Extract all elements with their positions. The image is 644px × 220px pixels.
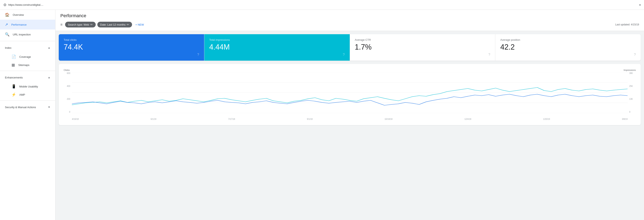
avg-ctr-help-icon[interactable]: ?	[488, 53, 490, 57]
x-label-4: 9/1/18	[307, 118, 313, 120]
content-area: Performance ≡ Search type: Web ✏ Date: L…	[56, 10, 644, 220]
date-range-label: Date: Last 12 months	[100, 23, 126, 26]
sidebar-divider-1	[0, 41, 55, 41]
gear-icon[interactable]: ⚙	[3, 3, 6, 7]
sidebar-index-label: Index	[5, 46, 12, 49]
search-type-label: Search type: Web	[68, 23, 89, 26]
sidebar-item-amp[interactable]: ⚡ AMP	[0, 91, 55, 99]
chart-y-labels-left: 600 400 200 0	[64, 72, 72, 113]
impressions-line	[72, 88, 628, 105]
collapse-icon-enhancements: ▲	[48, 76, 50, 79]
sidebar-url-inspection-label: URL inspection	[13, 33, 31, 36]
total-clicks-value: 74.4K	[64, 43, 199, 51]
search-type-button[interactable]: Search type: Web ✏	[65, 22, 96, 27]
phone-icon: 📱	[12, 84, 16, 89]
total-impressions-label: Total impressions	[209, 38, 345, 41]
bolt-icon: ⚡	[12, 92, 16, 97]
new-filter-label: + NEW	[135, 23, 144, 26]
collapse-icon-index: ▲	[48, 46, 50, 49]
x-label-2: 6/1/18	[150, 118, 156, 120]
search-type-edit-icon: ✏	[90, 23, 93, 26]
search-icon: 🔍	[5, 32, 10, 37]
sidebar-item-overview[interactable]: 🏠 Overview	[0, 10, 55, 20]
sidebar-section-security[interactable]: Security & Manual Actions ▼	[0, 102, 55, 112]
y-label-13k: 13K	[629, 98, 633, 100]
x-label-7: 1/20/19	[543, 118, 550, 120]
sidebar-divider-3	[0, 100, 55, 101]
site-url: https://www.constructdigital....	[8, 3, 638, 6]
y-label-600: 600	[67, 72, 70, 74]
content-header: Performance ≡ Search type: Web ✏ Date: L…	[56, 10, 644, 31]
y-label-25k: 25K	[629, 85, 633, 87]
chart-right-axis-label: Impressions	[624, 69, 636, 71]
x-label-5: 10/18/18	[384, 118, 392, 120]
avg-ctr-value: 1.7%	[355, 43, 490, 51]
avg-position-value: 42.2	[500, 43, 636, 51]
site-dropdown-icon[interactable]: ▾	[639, 3, 641, 6]
trending-up-icon: ↗	[5, 22, 8, 27]
y-label-0-right: 0	[629, 111, 630, 113]
collapse-icon-security: ▼	[48, 106, 50, 109]
chart-y-labels-right: 38K 25K 13K 0	[628, 72, 636, 113]
chart-x-labels: 4/16/18 6/1/18 7/17/18 9/1/18 10/18/18 1…	[64, 117, 636, 120]
sidebar-item-coverage[interactable]: 📄 Coverage	[0, 53, 55, 61]
sidebar-amp-label: AMP	[19, 93, 25, 96]
chart-svg-wrapper: 600 400 200 0 38K 25K 13K 0	[64, 72, 636, 117]
metric-card-total-clicks[interactable]: Total clicks 74.4K ?	[59, 34, 204, 61]
chart-header: Clicks Impressions	[64, 69, 636, 71]
total-clicks-help-icon[interactable]: ?	[197, 53, 199, 57]
date-range-button[interactable]: Date: Last 12 months ✏	[97, 22, 132, 27]
sidebar-item-url-inspection[interactable]: 🔍 URL inspection	[0, 29, 55, 39]
clicks-line	[72, 94, 628, 105]
sidebar-section-enhancements[interactable]: Enhancements ▲	[0, 73, 55, 82]
metric-card-avg-ctr[interactable]: Average CTR 1.7% ?	[350, 34, 496, 61]
metric-card-avg-position[interactable]: Average position 42.2 ?	[495, 34, 641, 61]
document-icon: 📄	[12, 54, 16, 59]
toolbar: ≡ Search type: Web ✏ Date: Last 12 month…	[60, 22, 639, 29]
total-impressions-help-icon[interactable]: ?	[343, 53, 345, 57]
x-label-8: 3/8/19	[622, 118, 628, 120]
sidebar: 🏠 Overview ↗ Performance 🔍 URL inspectio…	[0, 10, 56, 220]
y-label-200: 200	[67, 98, 70, 100]
sidebar-item-performance[interactable]: ↗ Performance	[0, 20, 55, 29]
sidebar-enhancements-label: Enhancements	[5, 76, 23, 79]
metrics-container: Total clicks 74.4K ? Total impressions 4…	[59, 34, 641, 61]
avg-ctr-label: Average CTR	[355, 38, 490, 41]
avg-position-label: Average position	[500, 38, 636, 41]
date-range-edit-icon: ✏	[127, 23, 129, 26]
total-impressions-value: 4.44M	[209, 43, 345, 51]
sidebar-item-mobile-usability[interactable]: 📱 Mobile Usability	[0, 82, 55, 91]
x-label-1: 4/16/18	[72, 118, 79, 120]
sidebar-divider-2	[0, 71, 55, 71]
new-filter-button[interactable]: + NEW	[134, 22, 146, 27]
main-layout: 🏠 Overview ↗ Performance 🔍 URL inspectio…	[0, 10, 644, 220]
metric-card-total-impressions[interactable]: Total impressions 4.44M ?	[204, 34, 350, 61]
page-title: Performance	[60, 13, 639, 18]
sidebar-item-sitemaps[interactable]: ▦ Sitemaps	[0, 61, 55, 69]
avg-position-help-icon[interactable]: ?	[634, 53, 636, 57]
chart-container: Clicks Impressions 600 400 200 0 38K 25K…	[59, 64, 641, 125]
sidebar-coverage-label: Coverage	[19, 55, 31, 58]
total-clicks-label: Total clicks	[64, 38, 199, 41]
sidebar-security-label: Security & Manual Actions	[5, 106, 36, 109]
sidebar-mobile-usability-label: Mobile Usability	[19, 85, 38, 88]
sidebar-performance-label: Performance	[11, 23, 26, 26]
chart-left-axis-label: Clicks	[64, 69, 70, 71]
last-updated-text: Last updated: 4/15/19	[615, 23, 639, 26]
sidebar-section-index[interactable]: Index ▲	[0, 43, 55, 53]
x-label-3: 7/17/18	[228, 118, 235, 120]
chart-svg	[72, 72, 628, 113]
x-label-6: 12/4/18	[464, 118, 471, 120]
grid-icon: ▦	[12, 63, 15, 67]
y-label-400: 400	[67, 85, 70, 87]
sidebar-overview-label: Overview	[13, 13, 24, 16]
top-bar: ⚙ https://www.constructdigital.... ▾	[0, 0, 644, 10]
filter-icon: ≡	[60, 22, 63, 27]
y-label-38k: 38K	[629, 72, 633, 74]
home-icon: 🏠	[5, 12, 10, 17]
y-label-0-left: 0	[69, 111, 70, 113]
sidebar-sitemaps-label: Sitemaps	[18, 64, 29, 67]
